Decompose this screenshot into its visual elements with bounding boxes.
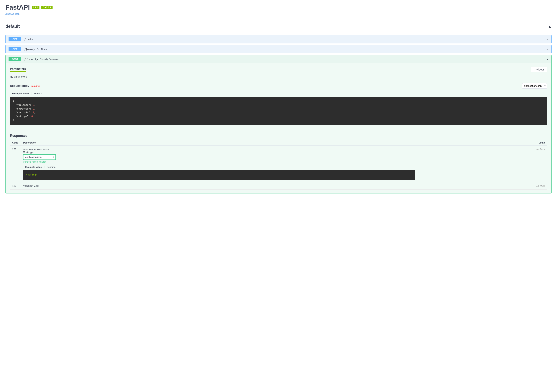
responses-section: Responses Code Description Links 200: [10, 134, 547, 190]
responses-table-head: Code Description Links: [10, 140, 547, 146]
responses-title: Responses: [10, 134, 547, 138]
response-desc-422: Validation Error: [21, 182, 417, 190]
method-badge-get-name: GET: [8, 47, 21, 51]
endpoint-path: /: [24, 38, 26, 41]
endpoint-description-name: Get Name: [37, 48, 48, 50]
spacer: [10, 125, 547, 129]
code-curtosis-key: "curtosis":: [13, 111, 33, 114]
request-body-section: Request body required application/json E…: [10, 83, 547, 125]
code-entropy-value: 0: [31, 115, 33, 118]
code-skewness-key: "skewness":: [13, 108, 33, 110]
media-type-select[interactable]: application/json: [23, 154, 56, 160]
controls-accept-text: Controls Accept header.: [23, 160, 415, 163]
response-links-200: No links: [417, 145, 547, 182]
col-code: Code: [10, 140, 21, 146]
code-comma-1: ,: [34, 104, 36, 106]
section-title: default: [5, 24, 20, 29]
request-body-title-group: Request body required: [10, 84, 40, 88]
try-it-out-button[interactable]: Try it out: [531, 67, 547, 72]
response-schema-tab[interactable]: Schema: [45, 165, 58, 169]
code-entropy-key: "entropy":: [13, 115, 31, 118]
response-example-value-tab[interactable]: Example Value: [23, 165, 44, 169]
post-classify-panel: POST /classify Classify Banknote ▲ Param…: [5, 55, 552, 193]
example-value-tab[interactable]: Example Value: [10, 91, 31, 96]
required-badge: required: [32, 85, 40, 87]
code-variance-key: "variance":: [13, 104, 33, 106]
response-example-value: "string": [26, 174, 37, 176]
content-type-select[interactable]: application/json: [522, 83, 547, 89]
table-header-row: Code Description Links: [10, 140, 547, 146]
parameters-title: Parameters: [10, 67, 26, 72]
section-chevron[interactable]: ▲: [548, 24, 552, 29]
openapi-link[interactable]: /openapi.json: [5, 13, 19, 15]
media-type-label: Media type: [23, 151, 415, 153]
table-row: 422 Validation Error No links: [10, 182, 547, 190]
endpoint-description: Index: [27, 38, 33, 40]
request-body-header: Request body required application/json: [10, 83, 547, 89]
schema-tab[interactable]: Schema: [32, 91, 45, 96]
parameters-header: Parameters Try it out: [10, 67, 547, 72]
version-badge: 0.1.0: [32, 6, 40, 9]
request-body-title: Request body: [10, 84, 29, 87]
header: FastAPI 0.1.0 OAS 3.1 /openapi.json: [0, 0, 557, 17]
code-skewness-value: 0: [33, 108, 34, 110]
code-brace-open: {: [13, 100, 14, 103]
no-parameters-text: No parameters: [10, 74, 547, 80]
method-badge-get: GET: [8, 37, 21, 41]
post-panel-header[interactable]: POST /classify Classify Banknote ▲: [6, 55, 551, 63]
code-brace-close: }: [13, 119, 14, 121]
response-example-tabs: Example Value | Schema: [23, 165, 415, 169]
endpoint-chevron: ▾: [547, 38, 549, 41]
table-row: 200 Successful Response Media type appli…: [10, 145, 547, 182]
request-body-code-block: { "variance": 0, "skewness": 0, "curtosi…: [10, 97, 547, 125]
endpoint-path-name: /{name}: [24, 48, 35, 51]
code-curtosis-value: 0: [33, 111, 34, 114]
content-type-select-wrapper: application/json: [522, 83, 547, 89]
section-header: default ▲: [5, 21, 552, 32]
example-value-tabs: Example Value | Schema: [10, 91, 547, 96]
endpoint-get-index[interactable]: GET / Index ▾: [5, 35, 552, 43]
main-content: default ▲ GET / Index ▾ GET /{name} Get …: [0, 17, 557, 199]
validation-error-label: Validation Error: [23, 184, 415, 187]
method-badge-post: POST: [8, 57, 21, 61]
response-code-block: "string": [23, 170, 415, 180]
col-description: Description: [21, 140, 417, 146]
code-comma-2: ,: [34, 108, 36, 110]
media-type-select-wrapper: application/json: [23, 154, 56, 160]
app-name: FastAPI: [5, 4, 30, 11]
header-title: FastAPI 0.1.0 OAS 3.1: [5, 4, 552, 11]
responses-table-body: 200 Successful Response Media type appli…: [10, 145, 547, 190]
post-endpoint-path: /classify: [24, 58, 38, 61]
response-code-422: 422: [10, 182, 21, 190]
endpoint-get-name[interactable]: GET /{name} Get Name ▾: [5, 45, 552, 53]
endpoint-chevron-name: ▾: [547, 48, 549, 51]
oas-badge: OAS 3.1: [41, 6, 53, 9]
code-variance-value: 0: [33, 104, 34, 106]
parameters-section: Parameters Try it out No parameters: [10, 67, 547, 80]
post-endpoint-chevron: ▲: [546, 58, 549, 61]
response-code-200: 200: [10, 145, 21, 182]
code-comma-3: ,: [34, 111, 36, 114]
post-panel-body: Parameters Try it out No parameters Requ…: [6, 63, 551, 193]
col-links: Links: [417, 140, 547, 146]
response-links-422: No links: [417, 182, 547, 190]
successful-response-label: Successful Response: [23, 148, 415, 151]
response-desc-200: Successful Response Media type applicati…: [21, 145, 417, 182]
responses-table: Code Description Links 200 Successful Re…: [10, 140, 547, 190]
post-endpoint-description: Classify Banknote: [40, 58, 59, 61]
